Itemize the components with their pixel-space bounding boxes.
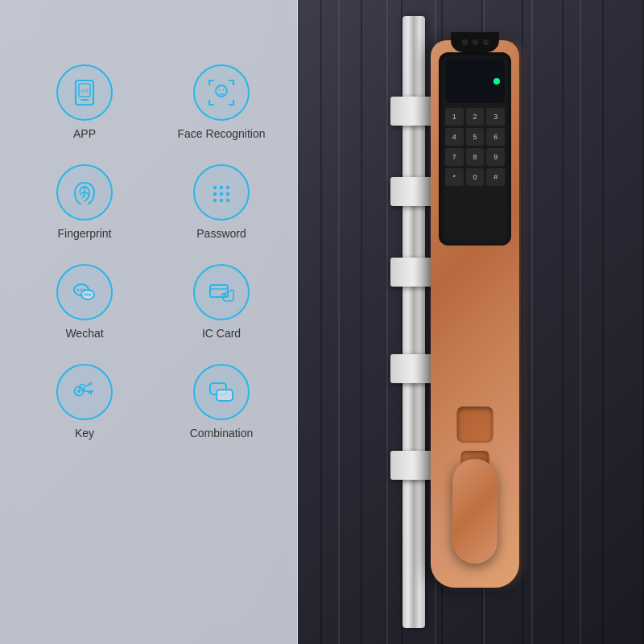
app-icon: APP bbox=[69, 77, 100, 108]
app-label: APP bbox=[73, 127, 96, 140]
face-recognition-label: Face Recognition bbox=[178, 127, 266, 140]
svg-point-8 bbox=[220, 186, 223, 189]
svg-point-22 bbox=[87, 294, 89, 295]
ic-card-label: IC Card bbox=[202, 327, 241, 340]
svg-point-13 bbox=[213, 199, 217, 202]
key-8[interactable]: 8 bbox=[466, 148, 485, 166]
svg-point-27 bbox=[77, 390, 80, 393]
combination-icon-circle bbox=[193, 364, 250, 420]
svg-point-15 bbox=[226, 199, 229, 202]
face-icon-circle bbox=[193, 64, 250, 121]
password-icon-circle bbox=[193, 164, 250, 221]
key-0[interactable]: 0 bbox=[466, 168, 485, 186]
camera-area bbox=[451, 32, 499, 52]
feature-wechat: Wechat bbox=[24, 264, 145, 340]
svg-rect-36 bbox=[217, 390, 233, 401]
svg-point-9 bbox=[226, 186, 229, 189]
keypad-screen bbox=[445, 59, 505, 103]
keypad-grid: 123456789*0# bbox=[445, 108, 505, 186]
lock-handle[interactable] bbox=[453, 459, 497, 564]
key-2[interactable]: 2 bbox=[466, 108, 485, 126]
key-7[interactable]: 7 bbox=[445, 148, 464, 166]
camera-dot-2 bbox=[473, 39, 478, 45]
combination-icon bbox=[206, 377, 237, 407]
svg-point-17 bbox=[77, 289, 80, 291]
app-icon-circle: APP bbox=[56, 64, 113, 121]
svg-point-18 bbox=[80, 289, 83, 291]
feature-key: Key bbox=[24, 364, 145, 440]
fingerprint-icon-circle bbox=[56, 164, 113, 221]
feature-fingerprint: Fingerprint bbox=[24, 164, 145, 240]
key-*[interactable]: * bbox=[445, 168, 464, 186]
svg-point-7 bbox=[213, 186, 217, 189]
svg-line-32 bbox=[85, 384, 92, 386]
camera-dot-1 bbox=[462, 39, 468, 45]
keypad-panel: 123456789*0# bbox=[439, 52, 511, 246]
key-#[interactable]: # bbox=[486, 168, 505, 186]
wechat-icon bbox=[69, 277, 100, 308]
svg-point-21 bbox=[85, 294, 86, 295]
password-label: Password bbox=[196, 227, 246, 240]
fingerprint-sensor-hardware bbox=[457, 407, 493, 443]
svg-point-12 bbox=[226, 192, 229, 196]
feature-ic-card: IC Card bbox=[161, 264, 282, 340]
key-4[interactable]: 4 bbox=[445, 128, 464, 146]
feature-app: APP APP bbox=[24, 64, 145, 140]
svg-point-11 bbox=[220, 192, 223, 196]
wechat-label: Wechat bbox=[65, 327, 103, 340]
key-5[interactable]: 5 bbox=[466, 128, 485, 146]
svg-point-5 bbox=[219, 89, 221, 91]
key-label: Key bbox=[75, 427, 94, 440]
lock-body: 123456789*0# bbox=[431, 40, 519, 588]
lock-assembly: 123456789*0# bbox=[386, 16, 547, 628]
key-icon bbox=[69, 377, 100, 407]
key-9[interactable]: 9 bbox=[486, 148, 505, 166]
feature-combination: Combination bbox=[161, 364, 282, 440]
ic-card-icon bbox=[206, 277, 237, 308]
svg-text:APP: APP bbox=[80, 89, 90, 93]
fingerprint-icon bbox=[69, 177, 100, 208]
features-grid: APP APP bbox=[24, 64, 282, 440]
fingerprint-label: Fingerprint bbox=[58, 227, 112, 240]
feature-face-recognition: Face Recognition bbox=[161, 64, 282, 140]
face-recognition-icon bbox=[206, 77, 237, 108]
scene: APP APP bbox=[0, 0, 644, 644]
combination-label: Combination bbox=[190, 427, 254, 440]
key-6[interactable]: 6 bbox=[486, 128, 505, 146]
svg-point-6 bbox=[223, 89, 225, 91]
ic-card-icon-circle bbox=[193, 264, 250, 320]
camera-dot-3 bbox=[483, 39, 489, 45]
svg-point-10 bbox=[213, 192, 217, 196]
svg-point-23 bbox=[89, 294, 91, 295]
password-icon bbox=[206, 177, 237, 208]
key-1[interactable]: 1 bbox=[445, 108, 464, 126]
svg-point-14 bbox=[220, 199, 223, 202]
wechat-icon-circle bbox=[56, 264, 113, 320]
key-3[interactable]: 3 bbox=[486, 108, 505, 126]
screen-indicator bbox=[493, 78, 500, 85]
feature-password: Password bbox=[161, 164, 282, 240]
bolt-bar bbox=[402, 16, 425, 628]
key-icon-circle bbox=[56, 364, 113, 420]
